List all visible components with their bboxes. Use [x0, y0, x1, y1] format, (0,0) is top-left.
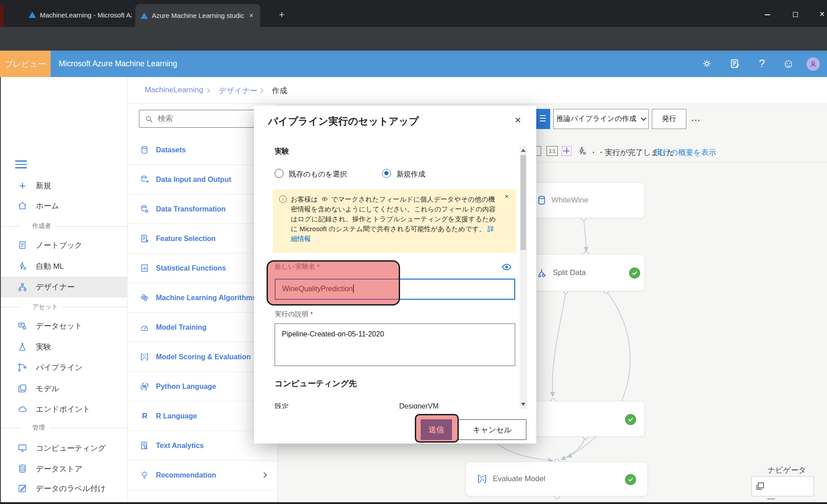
- sidebar-item-automl[interactable]: 自動 ML: [1, 258, 129, 274]
- window-close-button[interactable]: ✕: [812, 8, 827, 21]
- window-maximize-button[interactable]: [785, 8, 805, 21]
- pipeline-node-evaluate-model[interactable]: Evaluate Model: [465, 461, 648, 496]
- browser-toolbar: ← → ml.azure.com/visualinterface/authori…: [0, 27, 827, 51]
- warning-text: お客様は でマークされたフィールドに個人データやその他の機密情報を含めないように…: [291, 194, 500, 244]
- expand-icon[interactable]: [755, 481, 765, 491]
- navigator-label: ナビゲータ: [767, 465, 806, 475]
- sidebar-item-designer[interactable]: デザイナー: [1, 276, 129, 297]
- compute-default-row: 既定 DesignerVM: [275, 402, 463, 409]
- radio-create-new-label[interactable]: 新規作成: [396, 170, 425, 179]
- window-edge: [0, 502, 827, 504]
- completed-check-icon: [625, 414, 636, 425]
- module-category-recommendation[interactable]: Recommendation: [128, 461, 278, 490]
- radio-create-new[interactable]: [382, 169, 391, 178]
- settings-gear-icon[interactable]: [702, 58, 712, 69]
- tab-close-icon[interactable]: ×: [248, 11, 255, 20]
- sidebar-item-endpoints[interactable]: エンドポイント: [1, 401, 129, 417]
- scatter-plot-icon: [140, 352, 150, 362]
- left-sidebar: +新規 ホーム 作成者 ノートブック 自動 ML デザイナー アセット データセ…: [0, 77, 128, 504]
- sidebar-item-notebooks[interactable]: ノートブック: [1, 237, 129, 253]
- gauge-icon: [140, 323, 150, 332]
- notes-icon[interactable]: [729, 58, 740, 69]
- window-minimize-button[interactable]: [757, 8, 778, 21]
- r-language-icon: R: [140, 412, 150, 421]
- sidebar-section-assets: アセット: [1, 303, 129, 311]
- sidebar-item-compute[interactable]: コンピューティング: [1, 440, 129, 456]
- app-title: Microsoft Azure Machine Learning: [59, 51, 177, 77]
- cylinder-icon: [140, 145, 150, 155]
- help-icon[interactable]: ?: [759, 57, 765, 70]
- plus-icon: +: [17, 181, 28, 190]
- scroll-down-icon[interactable]: [521, 403, 525, 406]
- lightbulb-icon: [140, 470, 150, 480]
- preview-badge: プレビュー: [0, 51, 51, 77]
- run-description-textarea[interactable]: Pipeline-Created-on-05-11-2020: [275, 323, 515, 366]
- dialog-scrollbar[interactable]: [520, 146, 527, 409]
- python-icon: [140, 382, 150, 391]
- pipeline-icon: [17, 362, 28, 372]
- completed-check-icon: [625, 474, 636, 485]
- document-filter-icon: [140, 234, 150, 243]
- dataset-cylinder-icon: [536, 195, 547, 206]
- scatter-plot-icon: [477, 474, 487, 484]
- browser-tab-inactive[interactable]: MachineLearning - Microsoft Azu ×: [23, 6, 148, 23]
- sidebar-item-new[interactable]: +新規: [1, 178, 129, 193]
- cancel-button[interactable]: キャンセル: [458, 419, 526, 440]
- sidebar-item-models[interactable]: モデル: [1, 381, 129, 396]
- module-search[interactable]: [139, 110, 268, 128]
- notebook-icon: [17, 240, 28, 250]
- hamburger-menu-icon[interactable]: [15, 160, 27, 171]
- compute-default-label: 既定: [275, 403, 289, 409]
- navigator-zoom-out[interactable]: —: [767, 494, 775, 503]
- breadcrumb-chevron-icon: [205, 88, 210, 93]
- tab-title: MachineLearning - Microsoft Azu: [40, 11, 132, 19]
- sidebar-item-datastores[interactable]: データストア: [1, 461, 129, 476]
- breadcrumb-workspace[interactable]: MachineLearning: [145, 86, 203, 95]
- dialog-close-icon[interactable]: ×: [515, 114, 521, 126]
- browser-tab-active[interactable]: Azure Machine Learning studio ( ×: [135, 4, 260, 27]
- automl-bolt-icon: [17, 261, 28, 271]
- annotation-experiment-name: [267, 260, 400, 306]
- radio-select-existing-label[interactable]: 既存のものを選択: [289, 170, 347, 179]
- info-icon: i: [279, 195, 287, 203]
- search-input[interactable]: [158, 114, 247, 123]
- warning-close-icon[interactable]: ×: [504, 192, 509, 201]
- home-icon: [17, 201, 28, 211]
- split-data-icon: [536, 267, 547, 278]
- breadcrumb-chevron-icon: [258, 88, 263, 93]
- compute-default-value: DesignerVM: [399, 402, 439, 409]
- tab-title: Azure Machine Learning studio (: [152, 12, 244, 19]
- monitor-icon: [17, 443, 28, 453]
- flask-icon: [17, 342, 28, 352]
- chevron-right-icon: [261, 472, 267, 478]
- pii-eye-icon[interactable]: [501, 262, 512, 272]
- sidebar-item-home[interactable]: ホーム: [1, 198, 129, 213]
- breadcrumb-designer[interactable]: デザイナー: [219, 86, 258, 96]
- breadcrumb: MachineLearning デザイナー 作成: [128, 77, 827, 104]
- radio-select-existing[interactable]: [275, 169, 284, 178]
- chart-document-icon: [140, 263, 150, 273]
- sidebar-item-pipelines[interactable]: パイプライン: [1, 360, 129, 375]
- search-icon: [145, 114, 153, 123]
- new-tab-button[interactable]: +: [275, 9, 289, 22]
- models-layers-icon: [17, 383, 28, 393]
- dialog-title: パイプライン実行のセットアップ: [268, 115, 419, 128]
- sidebar-item-datasets[interactable]: データセット: [1, 318, 129, 333]
- sidebar-item-data-labeling[interactable]: データのラベル付け: [1, 481, 129, 496]
- navigator-panel[interactable]: [751, 476, 814, 496]
- cylinder-arrow-icon: [140, 175, 150, 184]
- privacy-warning-banner: i お客様は でマークされたフィールドに個人データやその他の機密情報を含めないよ…: [273, 190, 516, 253]
- user-avatar[interactable]: [806, 57, 820, 71]
- application-window: MachineLearning - Microsoft Azu × Azure …: [0, 0, 827, 504]
- compute-target-heading: コンピューティング先: [275, 378, 357, 389]
- breadcrumb-current: 作成: [272, 86, 287, 96]
- sidebar-item-experiments[interactable]: 実験: [1, 339, 129, 354]
- database-icon: [17, 464, 28, 474]
- sidebar-section-manage: 管理: [1, 424, 129, 432]
- scroll-up-icon[interactable]: [521, 149, 525, 152]
- designer-icon: [17, 282, 28, 292]
- document-search-icon: [140, 441, 150, 450]
- pipeline-run-setup-dialog: パイプライン実行のセットアップ × 実験 既存のものを選択 新規作成 i お客様…: [254, 106, 536, 444]
- feedback-smiley-icon[interactable]: ☺: [782, 57, 795, 71]
- scrollbar-thumb[interactable]: [521, 155, 526, 250]
